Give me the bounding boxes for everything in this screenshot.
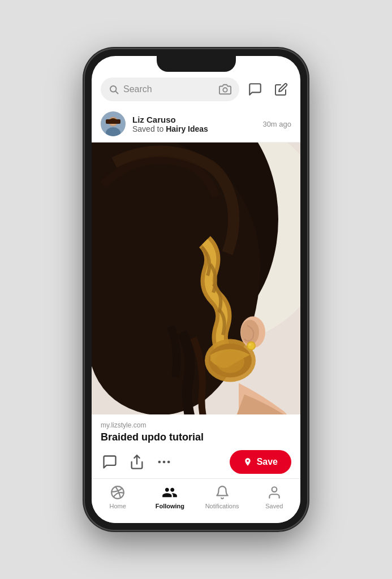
pin-icon (243, 457, 252, 466)
search-icon (109, 84, 119, 94)
tab-following[interactable]: Following (144, 485, 196, 509)
edit-icon (274, 83, 288, 96)
svg-point-20 (248, 343, 255, 349)
save-label: Save (257, 457, 278, 467)
pin-source: my.lizstyle.com (101, 421, 291, 429)
search-placeholder: Search (123, 84, 214, 94)
hair-visual (92, 142, 300, 414)
saved-tab-label: Saved (265, 503, 283, 509)
comment-button[interactable] (101, 453, 119, 471)
phone-frame: Search (85, 49, 307, 530)
pin-image-container (92, 142, 300, 414)
svg-point-2 (223, 88, 227, 92)
pin-title: Braided updo tutorial (101, 431, 291, 443)
tab-notifications[interactable]: Notifications (196, 485, 248, 509)
user-name: Liz Caruso (132, 115, 256, 124)
svg-point-24 (163, 461, 166, 464)
search-bar[interactable]: Search (101, 77, 239, 101)
comment-icon (102, 454, 118, 470)
activity-info: Liz Caruso Saved to Hairy Ideas (132, 115, 256, 133)
avatar (101, 111, 126, 136)
following-tab-icon (162, 485, 178, 500)
tab-home[interactable]: Home (92, 485, 144, 509)
more-icon (156, 454, 172, 470)
edit-button[interactable] (271, 79, 291, 100)
following-tab-label: Following (156, 503, 184, 509)
more-options-button[interactable] (155, 453, 173, 471)
activity-row[interactable]: Liz Caruso Saved to Hairy Ideas 30m ago (92, 106, 300, 142)
share-icon (129, 454, 145, 470)
time-ago: 30m ago (262, 120, 291, 128)
save-button[interactable]: Save (230, 450, 291, 474)
pin-actions: Save (101, 450, 291, 474)
tab-saved[interactable]: Saved (248, 485, 300, 509)
messages-button[interactable] (245, 79, 265, 100)
header-icons (245, 79, 291, 100)
svg-rect-9 (106, 119, 120, 124)
action-text: Saved to (132, 124, 163, 133)
svg-line-1 (115, 91, 118, 93)
pin-image (92, 142, 300, 414)
share-button[interactable] (128, 453, 146, 471)
search-bar-container: Search (92, 73, 300, 106)
notch (157, 56, 236, 72)
notifications-tab-label: Notifications (205, 503, 239, 509)
camera-icon[interactable] (219, 83, 231, 96)
avatar-image (101, 111, 126, 136)
messages-icon (248, 82, 262, 97)
tab-bar: Home Following (92, 478, 300, 523)
svg-point-23 (158, 461, 161, 464)
home-tab-label: Home (109, 503, 126, 509)
board-name: Hairy Ideas (166, 124, 208, 133)
screen-content: Search (92, 56, 300, 523)
svg-point-16 (216, 351, 244, 373)
pin-content: my.lizstyle.com Braided updo tutorial (92, 414, 300, 478)
activity-description: Saved to Hairy Ideas (132, 124, 256, 133)
screen: Search (92, 56, 300, 523)
svg-point-27 (272, 487, 277, 492)
svg-point-25 (167, 461, 170, 464)
home-tab-icon (110, 485, 126, 500)
notifications-tab-icon (214, 485, 230, 500)
svg-point-21 (249, 344, 251, 346)
saved-tab-icon (266, 485, 282, 500)
